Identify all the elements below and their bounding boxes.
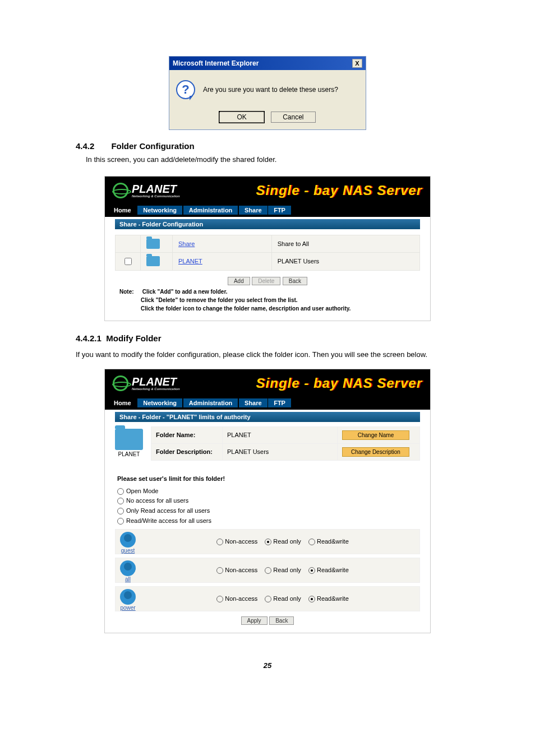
user-link-all[interactable]: all — [116, 576, 140, 582]
radio-read-write[interactable] — [117, 518, 124, 525]
perm-non-label: Non-access — [225, 567, 257, 573]
intro-text-442: In this screen, you can add/delete/modif… — [86, 154, 459, 166]
nav-ftp[interactable]: FTP — [268, 206, 291, 215]
back-button[interactable]: Back — [283, 277, 307, 285]
perm-rw-label: Read&write — [317, 567, 349, 573]
folder-large-label: PLANET — [115, 451, 143, 457]
perm-ro-radio[interactable] — [265, 596, 271, 602]
nas-title: Single - bay NAS Server — [256, 375, 422, 391]
nav-networking[interactable]: Networking — [137, 398, 182, 407]
perm-rw-radio[interactable] — [308, 539, 315, 545]
mode-noacc-label: No access for all users — [126, 497, 188, 504]
nas-header: PLANET Networking & Communication Single… — [105, 177, 430, 205]
folder-name-value: PLANET — [223, 426, 338, 443]
planet-logo: PLANET Networking & Communication — [113, 375, 180, 391]
perm-rw-radio[interactable] — [308, 596, 315, 602]
perm-non-label: Non-access — [225, 595, 257, 602]
note-line-3: Click the folder icon to change the fold… — [141, 304, 350, 313]
logo-subtext: Networking & Communication — [132, 194, 180, 198]
cancel-button[interactable]: Cancel — [271, 112, 316, 123]
page-number: 25 — [76, 661, 459, 670]
mode-readonly-label: Only Read access for all users — [126, 507, 210, 514]
perm-non-label: Non-access — [225, 538, 257, 545]
folder-desc: PLANET Users — [271, 252, 419, 270]
nav-ftp[interactable]: FTP — [268, 398, 291, 407]
nav-home[interactable]: Home — [108, 206, 137, 215]
folder-link-share[interactable]: Share — [178, 240, 195, 247]
logo-text: PLANET — [132, 375, 180, 388]
perm-ro-label: Read only — [273, 538, 301, 545]
note-block: Note: Click "Add" to add a new folder. C… — [119, 287, 420, 313]
planet-ring-icon — [113, 375, 128, 391]
mode-rw-label: Read/Write access for all users — [126, 517, 211, 524]
close-icon[interactable]: X — [352, 59, 362, 68]
folder-desc: Share to All — [271, 235, 419, 252]
folder-icon[interactable] — [146, 256, 160, 266]
perm-rw-radio[interactable] — [308, 567, 315, 574]
dialog-titlebar: Microsoft Internet Explorer X — [169, 57, 366, 70]
question-icon: ? — [176, 80, 195, 99]
nas-folder-detail-panel: PLANET Networking & Communication Single… — [104, 369, 431, 633]
planet-ring-icon — [113, 183, 128, 198]
perm-ro-radio[interactable] — [265, 567, 271, 574]
perm-rw-label: Read&write — [317, 595, 349, 602]
limits-heading: Please set user's limit for this folder! — [117, 475, 420, 482]
nas-nav: Home Networking Administration Share FTP — [105, 397, 430, 410]
nas-nav: Home Networking Administration Share FTP — [105, 205, 430, 217]
folder-name-label: Folder Name: — [151, 426, 223, 443]
perm-non-radio[interactable] — [216, 567, 223, 574]
folder-preview: PLANET — [115, 426, 143, 461]
user-link-guest[interactable]: guest — [116, 548, 140, 554]
table-row: Share Share to All — [116, 235, 420, 252]
nav-share[interactable]: Share — [239, 398, 268, 407]
nas-title: Single - bay NAS Server — [256, 183, 422, 198]
share-folder-table: Share Share to All PLANET PLANET Users — [115, 235, 420, 271]
user-icon — [120, 560, 136, 576]
heading-4-4-2: 4.4.2Folder Configuration — [76, 141, 459, 151]
section-bar-folder-config: Share - Folder Configuration — [115, 219, 420, 229]
table-row: PLANET PLANET Users — [116, 252, 420, 270]
add-button[interactable]: Add — [228, 277, 250, 285]
heading-title: Folder Configuration — [111, 141, 194, 151]
logo-subtext: Networking & Communication — [132, 387, 180, 391]
perm-ro-label: Read only — [273, 595, 301, 602]
row-checkbox[interactable] — [124, 258, 132, 265]
heading-number: 4.4.2 — [76, 141, 94, 151]
radio-no-access[interactable] — [117, 498, 124, 504]
radio-read-only[interactable] — [117, 508, 124, 514]
note-line-1: Click "Add" to add a new folder. — [142, 289, 228, 295]
perm-ro-radio[interactable] — [265, 539, 271, 545]
perm-non-radio[interactable] — [216, 539, 223, 545]
back-button[interactable]: Back — [269, 616, 294, 625]
user-icon — [120, 532, 136, 548]
nas-header: PLANET Networking & Communication Single… — [105, 369, 430, 397]
heading-title: Modify Folder — [106, 333, 161, 343]
user-icon — [120, 589, 136, 605]
nav-share[interactable]: Share — [239, 206, 268, 215]
nav-networking[interactable]: Networking — [137, 206, 182, 215]
mode-radio-group: Open Mode No access for all users Only R… — [117, 486, 420, 526]
heading-4-4-2-1: 4.4.2.1 Modify Folder — [76, 333, 459, 343]
note-label: Note: — [119, 287, 141, 296]
nav-home[interactable]: Home — [108, 398, 137, 407]
ok-button[interactable]: OK — [219, 112, 264, 123]
user-row-guest: guest Non-access Read only Read&write — [115, 529, 420, 554]
perm-non-radio[interactable] — [216, 596, 223, 602]
section-bar-folder-auth: Share - Folder - "PLANET" limits of auth… — [115, 412, 420, 422]
nav-administration[interactable]: Administration — [183, 398, 238, 407]
change-name-button[interactable]: Change Name — [342, 430, 409, 440]
apply-button[interactable]: Apply — [241, 616, 268, 625]
radio-open-mode[interactable] — [117, 488, 124, 495]
folder-icon[interactable] — [146, 239, 160, 249]
logo-text: PLANET — [132, 183, 180, 196]
nav-administration[interactable]: Administration — [183, 206, 238, 215]
planet-logo: PLANET Networking & Communication — [113, 183, 180, 198]
confirm-dialog: Microsoft Internet Explorer X ? Are you … — [169, 56, 366, 130]
user-link-power[interactable]: power — [116, 605, 140, 611]
folder-link-planet[interactable]: PLANET — [178, 258, 202, 265]
folder-desc-value: PLANET Users — [223, 443, 338, 460]
folder-desc-label: Folder Description: — [151, 443, 223, 460]
change-description-button[interactable]: Change Description — [342, 447, 409, 457]
dialog-title-text: Microsoft Internet Explorer — [173, 59, 259, 67]
delete-button[interactable]: Delete — [252, 277, 280, 285]
